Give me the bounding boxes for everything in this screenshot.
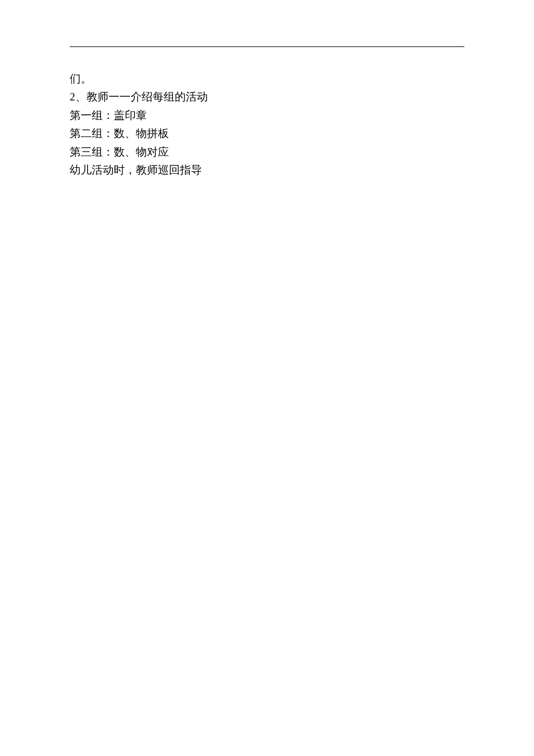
text-line: 第三组：数、物对应 [70,143,464,160]
document-content: 们。 2、教师一一介绍每组的活动 第一组：盖印章 第二组：数、物拼板 第三组：数… [70,70,464,179]
text-line: 2、教师一一介绍每组的活动 [70,88,464,105]
top-divider [70,46,464,47]
text-line: 第二组：数、物拼板 [70,125,464,142]
text-line: 幼儿活动时，教师巡回指导 [70,161,464,178]
text-line: 第一组：盖印章 [70,107,464,124]
document-page: 们。 2、教师一一介绍每组的活动 第一组：盖印章 第二组：数、物拼板 第三组：数… [0,0,534,179]
text-line: 们。 [70,70,464,87]
